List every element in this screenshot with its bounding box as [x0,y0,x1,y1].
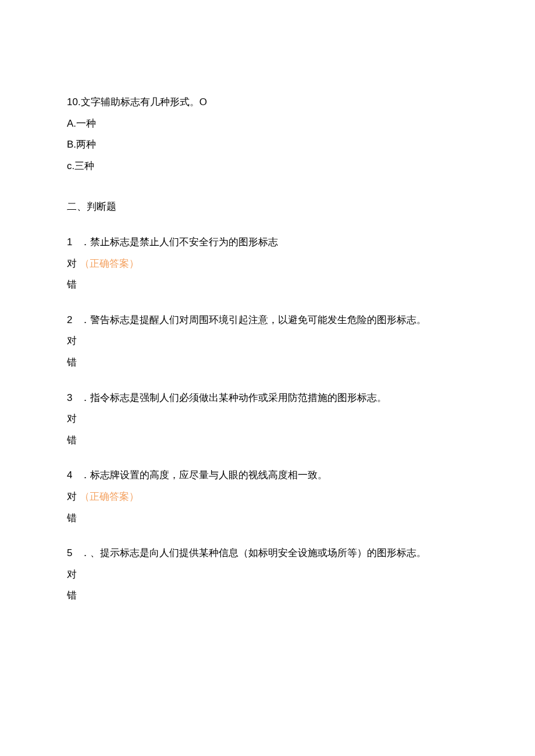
tf3-false: 错 [67,432,468,450]
q10-option-c: c.三种 [67,157,468,175]
correct-answer-tag: （正确答案） [80,258,139,269]
tf-question-2: 2．警告标志是提醒人们对周围环境引起注意，以避免可能发生危险的图形标志。 对 错 [67,311,468,372]
document-page: 10.文字辅助标志有几种形式。O A.一种 B.两种 c.三种 二、判断题 1．… [0,0,535,655]
tf4-stem-text: ．标志牌设置的高度，应尽量与人眼的视线高度相一致。 [80,470,327,481]
q10-option-b: B.两种 [67,136,468,154]
tf1-true: 对 （正确答案） [67,255,468,273]
tf3-stem: 3．指令标志是强制人们必须做出某种动作或采用防范措施的图形标志。 [67,389,468,407]
tf4-num: 4 [67,467,72,485]
tf1-false: 错 [67,276,468,294]
correct-answer-tag: （正确答案） [80,491,139,502]
tf3-num: 3 [67,389,72,407]
tf5-num: 5 [67,544,72,562]
tf-question-1: 1．禁止标志是禁止人们不安全行为的图形标志 对 （正确答案） 错 [67,234,468,294]
tf-question-5: 5．、提示标志是向人们提供某种信息（如标明安全设施或场所等）的图形标志。 对 错 [67,544,468,605]
tf2-false: 错 [67,354,468,372]
tf4-true: 对 （正确答案） [67,488,468,506]
section-2-heading: 二、判断题 [67,198,468,216]
q10-stem: 10.文字辅助标志有几种形式。O [67,94,468,112]
tf2-num: 2 [67,311,72,329]
tf5-stem: 5．、提示标志是向人们提供某种信息（如标明安全设施或场所等）的图形标志。 [67,544,468,562]
tf-question-4: 4．标志牌设置的高度，应尽量与人眼的视线高度相一致。 对 （正确答案） 错 [67,467,468,527]
tf2-stem: 2．警告标志是提醒人们对周围环境引起注意，以避免可能发生危险的图形标志。 [67,311,468,329]
tf-question-3: 3．指令标志是强制人们必须做出某种动作或采用防范措施的图形标志。 对 错 [67,389,468,450]
q10-option-a: A.一种 [67,115,468,133]
tf4-false: 错 [67,510,468,528]
tf1-stem-text: ．禁止标志是禁止人们不安全行为的图形标志 [80,237,278,248]
tf5-stem-text: ．、提示标志是向人们提供某种信息（如标明安全设施或场所等）的图形标志。 [80,547,426,558]
tf1-num: 1 [67,234,72,252]
tf2-true: 对 [67,332,468,350]
tf4-stem: 4．标志牌设置的高度，应尽量与人眼的视线高度相一致。 [67,467,468,485]
tf4-true-label: 对 [67,491,77,502]
tf1-stem: 1．禁止标志是禁止人们不安全行为的图形标志 [67,234,468,252]
tf2-stem-text: ．警告标志是提醒人们对周围环境引起注意，以避免可能发生危险的图形标志。 [80,314,426,325]
tf5-false: 错 [67,587,468,605]
tf3-true: 对 [67,410,468,428]
tf3-stem-text: ．指令标志是强制人们必须做出某种动作或采用防范措施的图形标志。 [80,392,387,403]
tf1-true-label: 对 [67,258,77,269]
tf5-true: 对 [67,566,468,584]
